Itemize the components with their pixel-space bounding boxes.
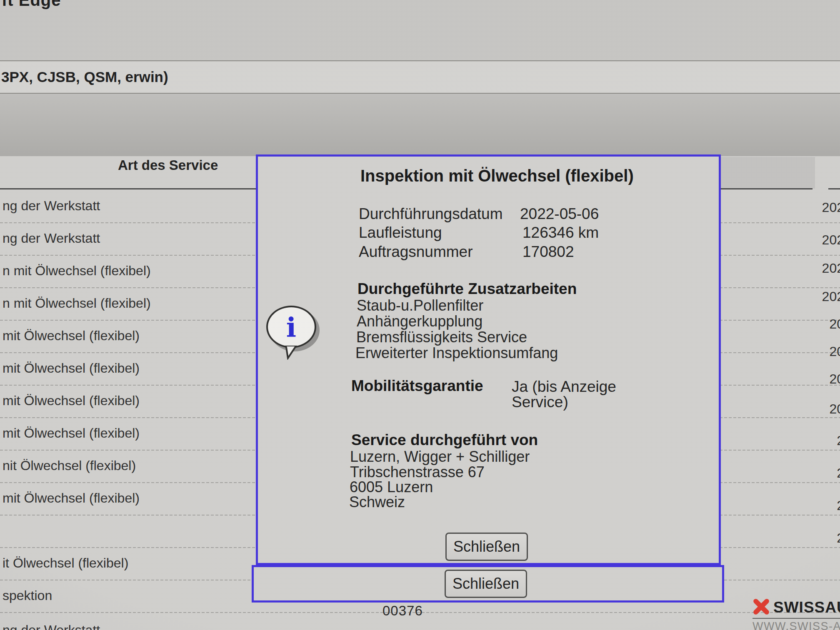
mobilitaetsgarantie-label: Mobilitätsgarantie <box>351 377 483 395</box>
table-row-service-type[interactable]: nit Ölwechsel (flexibel) <box>2 458 136 473</box>
table-row-date: 202 <box>822 232 840 248</box>
record-number: 00376 <box>382 603 423 619</box>
dialog-title: Inspektion mit Ölwechsel (flexibel) <box>360 167 634 185</box>
table-row-service-type[interactable]: spektion <box>2 588 52 603</box>
zusatzarbeit-item: Bremsflüssigkeits Service <box>356 329 527 346</box>
table-row-service-type[interactable]: ng der Werkstatt <box>2 198 100 214</box>
table-row-service-type[interactable]: it Ölwechsel (flexibel) <box>2 555 128 571</box>
info-icon: i <box>266 306 320 360</box>
table-row-service-type[interactable]: mit Ölwechsel (flexibel) <box>2 393 140 408</box>
detail-label: Laufleistung <box>359 224 442 242</box>
service-provider-line: Luzern, Wigger + Schilliger <box>350 448 530 466</box>
zusatzarbeit-item: Anhängerkupplung <box>357 313 482 330</box>
detail-label: Auftragsnummer <box>359 243 473 261</box>
table-row-date: 2 <box>837 498 840 513</box>
table-row-service-type[interactable]: mit Ölwechsel (flexibel) <box>2 328 140 344</box>
info-icon-tail <box>284 346 298 360</box>
close-button[interactable]: Schließen <box>445 533 528 561</box>
info-icon-glyph: i <box>286 311 296 343</box>
table-row-date: 202 <box>822 261 840 276</box>
table-row-date: 20 <box>829 316 840 332</box>
table-row-date: 2 <box>837 433 840 448</box>
close-button-secondary[interactable]: Schließen <box>445 570 527 598</box>
mobilitaetsgarantie-value: Service) <box>512 393 568 411</box>
table-row-service-type[interactable]: mit Ölwechsel (flexibel) <box>2 491 140 506</box>
brand-name: SWISSAUTO™2 <box>773 597 840 617</box>
table-row-service-type[interactable]: n mit Ölwechsel (flexibel) <box>2 296 151 311</box>
table-row-service-type[interactable]: n mit Ölwechsel (flexibel) <box>2 263 151 279</box>
zusatzarbeit-item: Erweiterter Inspektionsumfang <box>355 344 558 362</box>
vehicle-info-bar: 3PX, CJSB, QSM, erwin) <box>0 60 840 94</box>
vehicle-info-text: 3PX, CJSB, QSM, erwin) <box>0 69 168 85</box>
table-row-date: 20 <box>829 401 840 417</box>
table-row-date: 2 <box>837 466 840 481</box>
service-detail-dialog: Inspektion mit Ölwechsel (flexibel) Durc… <box>256 154 721 565</box>
service-provider-line: Schweiz <box>349 493 405 511</box>
detail-value: 2022-05-06 <box>520 205 599 223</box>
column-header-art-des-service: Art des Service <box>118 157 218 173</box>
table-header-rule-date-col <box>828 188 840 189</box>
detail-value: 126346 km <box>522 224 599 242</box>
detail-value: 170802 <box>522 243 574 261</box>
browser-window-title: ft Edge <box>2 0 61 10</box>
zusatzarbeiten-heading: Durchgeführte Zusatzarbeiten <box>358 280 577 298</box>
mobilitaetsgarantie-value: Ja (bis Anzeige <box>512 378 616 396</box>
table-row-service-type[interactable]: mit Ölwechsel (flexibel) <box>2 361 140 376</box>
service-provider-heading: Service durchgeführt von <box>351 431 538 449</box>
table-row-date: 20 <box>829 344 840 359</box>
table-row-date: 202 <box>822 200 840 215</box>
red-cross-icon <box>752 598 770 615</box>
table-row-service-type[interactable]: ng der Werkstatt <box>2 231 100 246</box>
zusatzarbeit-item: Staub-u.Pollenfilter <box>357 297 483 314</box>
brand-url[interactable]: WWW.SWISS-AUTO.PL <box>752 620 840 630</box>
header-band <box>0 94 840 156</box>
table-row-date: 20 <box>829 371 840 387</box>
table-row-date: 202 <box>822 289 840 304</box>
table-row-service-type[interactable]: mit Ölwechsel (flexibel) <box>2 426 140 441</box>
brand-divider <box>752 618 840 619</box>
dialog-footer-band: Schließen <box>252 565 724 603</box>
screen-photo: ft Edge 3PX, CJSB, QSM, erwin) Art des S… <box>0 0 840 630</box>
table-row-service-type[interactable]: ng der Werkstatt <box>2 623 100 630</box>
date-column-header-cell <box>721 157 815 189</box>
table-row-date: 2 <box>837 530 840 546</box>
detail-label: Durchführungsdatum <box>359 205 503 223</box>
swissauto-branding: SWISSAUTO™2 WWW.SWISS-AUTO.PL <box>752 597 840 630</box>
